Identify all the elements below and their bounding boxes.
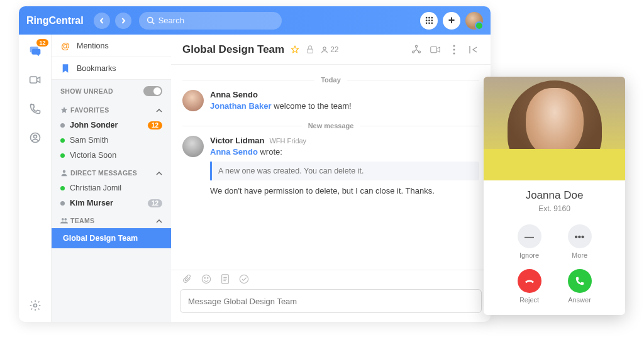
svg-point-7: [425, 23, 427, 25]
composer[interactable]: [180, 289, 482, 313]
chevron-left-icon: [99, 18, 105, 24]
composer-toolbar: [171, 270, 491, 287]
caller-photo: [484, 77, 625, 180]
message-item: Victor Lidman WFH Friday Anna Sendo wrot…: [182, 136, 479, 197]
favorite-sam-smith[interactable]: Sam Smith: [52, 133, 171, 148]
team-icon: [60, 217, 68, 224]
rail-video[interactable]: [28, 72, 43, 87]
lock-indicator: [306, 45, 314, 54]
teams-header[interactable]: TEAMS: [52, 211, 171, 228]
svg-point-5: [428, 19, 430, 21]
dm-christian-jomil[interactable]: Christian Jomil: [52, 180, 171, 195]
svg-rect-17: [308, 49, 313, 53]
sidebar-mentions[interactable]: @ Mentions: [52, 35, 171, 57]
chat-icon: [29, 45, 42, 57]
nav-forward-button[interactable]: [115, 13, 131, 29]
mention-link[interactable]: Jonathan Baker: [210, 101, 272, 111]
dm-kim-murser[interactable]: Kim Murser 12: [52, 195, 171, 211]
message-text: Anna Sendo wrote:: [210, 146, 479, 158]
message-list[interactable]: Today Anna Sendo Jonathan Baker welcome …: [171, 65, 491, 270]
nav-back-button[interactable]: [94, 13, 110, 29]
dialpad-button[interactable]: [420, 12, 438, 30]
favorites-header[interactable]: FAVORITES: [52, 100, 171, 118]
member-count[interactable]: 22: [321, 45, 338, 54]
collapse-button[interactable]: [467, 43, 479, 56]
integrations-button[interactable]: [410, 43, 423, 56]
at-icon: @: [60, 41, 70, 51]
conversation-header: Global Design Team 22: [171, 35, 491, 65]
dialpad-icon: [425, 16, 433, 25]
svg-point-21: [418, 50, 420, 52]
emoji-icon: [201, 274, 211, 284]
hangup-icon: [518, 269, 541, 293]
composer-input[interactable]: [188, 297, 474, 306]
presence-dot: [60, 201, 65, 206]
message-avatar[interactable]: [182, 136, 204, 157]
favorite-john-sonder[interactable]: John Sonder 12: [52, 118, 171, 133]
svg-point-1: [425, 17, 427, 19]
team-global-design[interactable]: Global Design Team: [52, 228, 171, 248]
sidebar-bookmarks[interactable]: Bookmarks: [52, 57, 171, 80]
call-actions-row-2: Reject Answer: [484, 261, 625, 315]
top-bar: RingCentral +: [19, 6, 491, 35]
message-author: Victor Lidman: [210, 136, 264, 145]
check-circle-icon: [239, 274, 249, 284]
search-input[interactable]: [158, 16, 275, 25]
paperclip-icon: [182, 274, 192, 284]
message-text: We don't have permission to delete, but …: [210, 185, 479, 197]
nodes-icon: [411, 45, 421, 55]
search-field[interactable]: [139, 12, 282, 30]
svg-rect-10: [30, 77, 36, 83]
sidebar: @ Mentions Bookmarks SHOW UNREAD FAVORIT…: [52, 35, 171, 322]
reject-button[interactable]: Reject: [518, 269, 541, 304]
caller-name: Joanna Doe: [490, 189, 619, 202]
rail-phone[interactable]: [28, 101, 43, 116]
mention-link[interactable]: Anna Sendo: [210, 147, 258, 157]
answer-button[interactable]: Answer: [568, 269, 592, 304]
show-unread-toggle[interactable]: [143, 86, 162, 96]
message-item: Anna Sendo Jonathan Baker welcome to the…: [182, 90, 479, 112]
more-vertical-icon: [449, 45, 459, 55]
brand-logo: RingCentral: [26, 15, 84, 26]
dm-header[interactable]: DIRECT MESSAGES: [52, 163, 171, 180]
bookmark-icon: [60, 63, 70, 74]
attach-button[interactable]: [182, 274, 192, 284]
presence-dot: [60, 138, 65, 143]
svg-point-26: [202, 275, 210, 283]
person-icon: [60, 169, 68, 177]
svg-point-28: [208, 278, 208, 278]
profile-avatar[interactable]: [465, 12, 483, 30]
rail-settings[interactable]: [28, 298, 43, 313]
message-avatar[interactable]: [182, 90, 204, 111]
caller-extension: Ext. 9160: [490, 204, 619, 213]
video-call-button[interactable]: [429, 43, 441, 56]
rail-messages[interactable]: 12: [28, 43, 43, 58]
svg-point-8: [428, 23, 430, 25]
note-button[interactable]: [220, 274, 230, 284]
favorite-victoria-soon[interactable]: Victoria Soon: [52, 148, 171, 163]
presence-dot: [60, 153, 65, 158]
new-button[interactable]: +: [443, 12, 460, 30]
more-menu-button[interactable]: [448, 43, 460, 56]
emoji-button[interactable]: [201, 274, 211, 284]
unread-badge: 12: [148, 199, 162, 207]
svg-point-0: [147, 18, 152, 23]
chevron-up-icon: [156, 169, 162, 177]
message-body: Anna Sendo Jonathan Baker welcome to the…: [210, 90, 479, 112]
svg-point-15: [62, 218, 64, 221]
svg-point-30: [240, 275, 248, 283]
svg-point-6: [431, 19, 433, 21]
more-button[interactable]: ••• More: [568, 224, 592, 259]
contact-icon: [29, 131, 42, 144]
rail-contacts[interactable]: [28, 130, 43, 145]
ignore-button[interactable]: — Ignore: [518, 224, 541, 259]
minus-icon: —: [518, 224, 541, 248]
lock-icon: [306, 45, 314, 54]
favorite-star[interactable]: [291, 45, 299, 54]
app-body: 12 @ Mentions: [19, 35, 491, 322]
task-button[interactable]: [239, 274, 249, 284]
star-icon: [60, 106, 68, 114]
svg-point-27: [204, 278, 205, 278]
quote-block: A new one was created. You can delete it…: [210, 162, 479, 180]
caller-info: Joanna Doe Ext. 9160: [484, 180, 625, 217]
